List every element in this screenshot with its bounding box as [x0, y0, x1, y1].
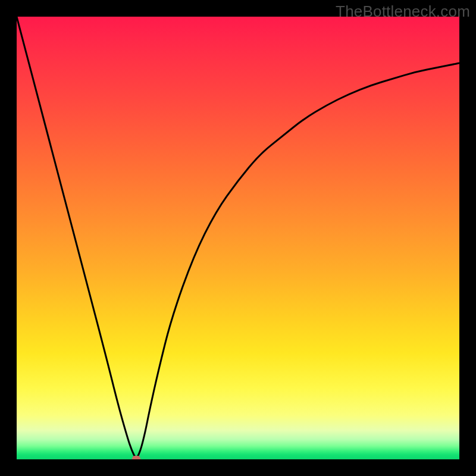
plot-area — [17, 17, 459, 459]
watermark-text: TheBottleneck.com — [336, 2, 470, 21]
curve-svg — [17, 17, 459, 459]
minimum-marker — [132, 456, 140, 459]
chart-frame: TheBottleneck.com — [0, 0, 476, 476]
bottleneck-curve-path — [17, 17, 459, 457]
